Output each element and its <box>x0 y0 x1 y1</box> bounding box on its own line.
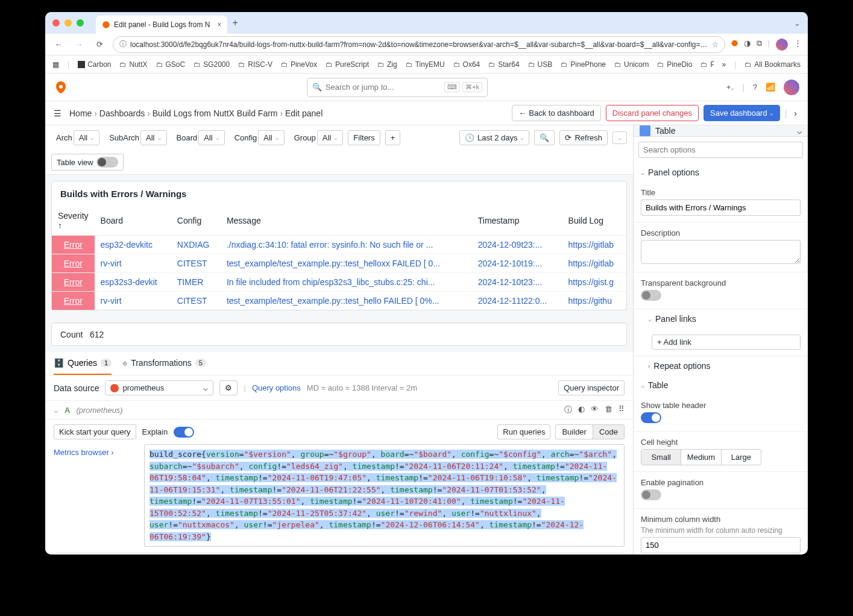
timestamp-cell[interactable]: 2024-12-09t23:... <box>472 236 562 254</box>
bookmark-item[interactable]: 🗀Unicorn <box>614 60 649 69</box>
reload-icon[interactable]: ⟳ <box>92 40 107 49</box>
address-bar[interactable]: ⓘ localhost:3000/d/fe2bqg6uk7nr4a/build-… <box>113 36 725 53</box>
min-col-width-input[interactable] <box>641 537 801 553</box>
bookmark-item[interactable]: 🗀GSoC <box>156 60 186 69</box>
bookmark-item[interactable]: 🗀Ox64 <box>453 60 480 69</box>
save-dashboard-button[interactable]: Save dashboard ⌵ <box>703 105 780 121</box>
query-eye-icon[interactable]: 👁 <box>591 404 599 415</box>
board-cell[interactable]: rv-virt <box>95 292 171 310</box>
back-icon[interactable]: ← <box>51 40 66 49</box>
query-editor[interactable]: build_score{version="$version", group=~"… <box>144 444 625 547</box>
add-link-button[interactable]: + Add link <box>652 335 801 350</box>
timestamp-cell[interactable]: 2024-12-11t22:0... <box>472 292 562 310</box>
back-to-dashboard-button[interactable]: ← Back to dashboard <box>512 105 600 121</box>
new-tab-button[interactable]: + <box>232 17 238 28</box>
log-cell[interactable]: https://githu <box>562 292 626 310</box>
log-cell[interactable]: https://gitlab <box>562 236 626 254</box>
user-avatar[interactable] <box>784 80 799 95</box>
bookmark-item[interactable]: 🗀Zig <box>377 60 397 69</box>
refresh-button[interactable]: ⟳ Refresh <box>559 130 608 145</box>
breadcrumb-item[interactable]: Build Logs from NuttX Build Farm <box>153 108 278 118</box>
kick-start-button[interactable]: Kick start your query <box>54 424 136 439</box>
bookmark-item[interactable]: 🗀USB <box>528 60 553 69</box>
breadcrumb-item[interactable]: Dashboards <box>99 108 145 118</box>
ext-icon-2[interactable]: ◑ <box>744 39 751 51</box>
datasource-select[interactable]: prometheus ⌵ <box>105 380 213 395</box>
bookmark-item[interactable]: 🗀PinePhone <box>561 60 606 69</box>
visualization-picker[interactable]: Table ⌵ <box>634 125 808 137</box>
bookmarks-overflow[interactable]: » <box>722 60 726 69</box>
bookmark-item[interactable]: 🗀PineCone <box>700 60 713 69</box>
bookmark-item[interactable]: 🗀TinyEMU <box>406 60 445 69</box>
close-tab-icon[interactable]: × <box>217 20 221 29</box>
bookmark-item[interactable]: 🗀PureScript <box>326 60 369 69</box>
config-cell[interactable]: TIMER <box>171 273 221 292</box>
chevron-right-icon[interactable]: › <box>792 108 799 118</box>
log-cell[interactable]: https://gitlab <box>562 254 626 273</box>
panel-links-section[interactable]: ⌵Panel links <box>634 309 808 328</box>
panel-description-input[interactable] <box>641 240 801 264</box>
query-inspector-button[interactable]: Query inspector <box>558 380 625 395</box>
pagination-toggle[interactable] <box>641 489 661 500</box>
apps-icon[interactable]: ▦ <box>52 60 59 69</box>
tab-transformations[interactable]: ⟐ Transformations 5 <box>122 352 206 375</box>
board-cell[interactable]: esp32-devkitc <box>95 236 171 254</box>
zoom-out-button[interactable]: 🔍 <box>534 130 555 145</box>
query-options-link[interactable]: Query options <box>252 383 301 392</box>
global-search[interactable]: 🔍 Search or jump to... ⌨⌘+k <box>307 78 488 97</box>
filter-select[interactable]: All ⌵ <box>74 130 99 145</box>
panel-title-input[interactable] <box>641 200 801 216</box>
all-bookmarks[interactable]: 🗀All Bookmarks <box>744 60 801 69</box>
message-cell[interactable]: test_example/test_example.py::test_hello… <box>221 254 472 273</box>
profile-avatar[interactable] <box>776 39 788 51</box>
search-options-input[interactable] <box>638 142 803 158</box>
severity-cell[interactable]: Error <box>52 254 95 273</box>
bookmark-item[interactable]: Carbon <box>78 60 111 69</box>
column-header[interactable]: Message <box>221 206 472 236</box>
timestamp-cell[interactable]: 2024-12-10t19:... <box>472 254 562 273</box>
config-cell[interactable]: CITEST <box>171 254 221 273</box>
table-options-section[interactable]: ⌵Table <box>634 376 808 395</box>
severity-cell[interactable]: Error <box>52 273 95 292</box>
query-delete-icon[interactable]: 🗑 <box>605 404 612 415</box>
datasource-settings-button[interactable]: ⚙ <box>219 380 238 395</box>
config-cell[interactable]: CITEST <box>171 292 221 310</box>
message-cell[interactable]: In file included from chip/esp32s3_libc_… <box>221 273 472 292</box>
bookmark-item[interactable]: 🗀PineDio <box>657 60 692 69</box>
star-icon[interactable]: ☆ <box>712 40 719 49</box>
cell-height-select[interactable]: Small Medium Large <box>641 449 761 465</box>
filter-select[interactable]: All ⌵ <box>140 130 166 145</box>
filters-button[interactable]: Filters <box>348 130 380 145</box>
site-info-icon[interactable]: ⓘ <box>119 39 127 49</box>
browser-tab[interactable]: Edit panel - Build Logs from N × <box>96 16 227 34</box>
ext-icon-1[interactable]: ⬣ <box>731 39 738 51</box>
metrics-browser-link[interactable]: Metrics browser › <box>54 444 138 460</box>
message-cell[interactable]: test_example/test_example.py::test_hello… <box>221 292 472 310</box>
column-header[interactable]: Severity ↑ <box>52 206 95 236</box>
severity-cell[interactable]: Error <box>52 236 95 254</box>
code-mode[interactable]: Code <box>593 425 624 439</box>
filter-select[interactable]: All ⌵ <box>317 130 343 145</box>
chevron-down-icon[interactable]: ⌄ <box>794 19 801 28</box>
board-cell[interactable]: esp32s3-devkit <box>95 273 171 292</box>
bookmark-item[interactable]: 🗀NuttX <box>119 60 147 69</box>
board-cell[interactable]: rv-virt <box>95 254 171 273</box>
panel-options-section[interactable]: ⌵Panel options <box>634 163 808 182</box>
column-header[interactable]: Timestamp <box>472 206 562 236</box>
help-icon[interactable]: ? <box>753 83 757 92</box>
builder-mode[interactable]: Builder <box>556 425 593 439</box>
traffic-lights[interactable] <box>52 19 84 27</box>
tab-queries[interactable]: 🗄️ Queries 1 <box>54 352 112 375</box>
column-header[interactable]: Board <box>95 206 171 236</box>
query-drag-icon[interactable]: ⠿ <box>619 404 625 415</box>
add-filter-button[interactable]: + <box>385 130 401 145</box>
breadcrumb-item[interactable]: Home <box>69 108 92 118</box>
filter-select[interactable]: All ⌵ <box>198 130 224 145</box>
bookmark-item[interactable]: 🗀Star64 <box>488 60 519 69</box>
query-hint-icon[interactable]: ⓘ <box>564 404 572 415</box>
config-cell[interactable]: NXDIAG <box>171 236 221 254</box>
show-header-toggle[interactable] <box>641 412 661 423</box>
editor-mode-toggle[interactable]: Builder Code <box>555 424 625 439</box>
column-header[interactable]: Build Log <box>562 206 626 236</box>
column-header[interactable]: Config <box>171 206 221 236</box>
